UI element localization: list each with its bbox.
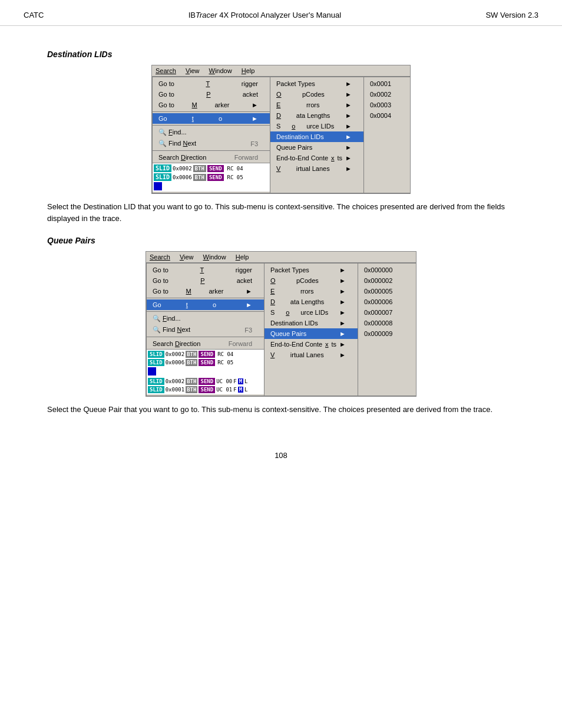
submenu-data-lengths-1[interactable]: Data Lengths ► xyxy=(270,110,363,121)
menu-bar-1: Search View Window Help xyxy=(152,65,410,77)
dest-lid-val-1[interactable]: 0x0001 xyxy=(364,78,411,89)
menu-goto-2[interactable]: Go to ► xyxy=(147,299,264,310)
section1-title: Destination LIDs xyxy=(47,50,515,59)
header-left: CATC xyxy=(24,11,44,19)
submenu2-opcodes[interactable]: OpCodes ► xyxy=(265,275,358,286)
submenu2-packet-types[interactable]: Packet Types ► xyxy=(265,265,358,275)
submenu-virtual-lanes-1[interactable]: Virtual Lanes ► xyxy=(270,163,363,174)
section2-title: Queue Pairs xyxy=(47,236,515,245)
dropdown-menu-1: Go to Trigger Go to Packet Go to Marker … xyxy=(152,77,270,193)
submenu-2: Packet Types ► OpCodes ► Errors ► Data L… xyxy=(264,263,358,396)
menu-find-2[interactable]: 🔍 Find... xyxy=(147,313,264,324)
menu-goto-trigger-2[interactable]: Go to Trigger xyxy=(147,265,264,275)
menu-view-1[interactable]: View xyxy=(186,67,200,74)
section1-desc: Select the Destination LID that you want… xyxy=(47,201,515,224)
menu-goto-packet-2[interactable]: Go to Packet xyxy=(147,275,264,286)
page-header: CATC IBTracer 4X Protocol Analyzer User'… xyxy=(0,0,562,26)
qp-val-9[interactable]: 0x000009 xyxy=(358,328,416,339)
submenu-queue-pairs-1[interactable]: Queue Pairs ► xyxy=(270,142,363,153)
ss1-body: Go to Trigger Go to Packet Go to Marker … xyxy=(152,77,410,193)
submenu-1: Packet Types ► OpCodes ► Errors ► Data L… xyxy=(270,77,364,193)
dest-lid-val-2[interactable]: 0x0002 xyxy=(364,89,411,100)
header-right: SW Version 2.3 xyxy=(485,11,538,19)
values-panel-2: 0x000000 0x000002 0x000005 0x000006 0x00… xyxy=(358,263,416,396)
menu-help-1[interactable]: Help xyxy=(242,67,255,74)
submenu-source-lids-1[interactable]: Source LIDs ► xyxy=(270,121,363,131)
menu-window-2[interactable]: Window xyxy=(203,253,226,261)
menu-goto-packet-1[interactable]: Go to Packet xyxy=(153,89,270,100)
submenu-e2e-contexts-1[interactable]: End-to-End Contexts ► xyxy=(270,153,363,163)
screenshot1: Search View Window Help Go to Trigger Go… xyxy=(151,65,411,194)
dest-lid-val-4[interactable]: 0x0004 xyxy=(364,110,411,121)
menu-find-next-1[interactable]: 🔍 Find NextF3 xyxy=(153,138,270,149)
menu-find-next-2[interactable]: 🔍 Find NextF3 xyxy=(147,324,264,335)
qp-val-0[interactable]: 0x000000 xyxy=(358,265,416,275)
values-panel-1: 0x0001 0x0002 0x0003 0x0004 xyxy=(364,77,411,193)
page-content: Destination LIDs Search View Window Help… xyxy=(0,26,562,439)
submenu-errors-1[interactable]: Errors ► xyxy=(270,100,363,110)
menu-help-2[interactable]: Help xyxy=(236,253,249,261)
dropdown-menu-2: Go to Trigger Go to Packet Go to Marker … xyxy=(146,263,264,396)
header-center: IBTracer 4X Protocol Analyzer User's Man… xyxy=(189,11,341,19)
dest-lid-val-3[interactable]: 0x0003 xyxy=(364,100,411,110)
menu-search-dir-2[interactable]: Search DirectionForward xyxy=(147,338,264,349)
menu-search-dir-1[interactable]: Search DirectionForward xyxy=(153,152,270,163)
submenu2-source-lids[interactable]: Source LIDs ► xyxy=(265,307,358,318)
submenu2-data-lengths[interactable]: Data Lengths ► xyxy=(265,297,358,307)
qp-val-5[interactable]: 0x000005 xyxy=(358,286,416,297)
menu-search-1[interactable]: Search xyxy=(156,67,176,74)
section2-desc: Select the Queue Pair that you want to g… xyxy=(47,404,515,416)
menu-bar-2: Search View Window Help xyxy=(146,252,416,263)
submenu2-e2e-contexts[interactable]: End-to-End Contexts ► xyxy=(265,339,358,350)
submenu-packet-types-1[interactable]: Packet Types ► xyxy=(270,78,363,89)
submenu-opcodes-1[interactable]: OpCodes ► xyxy=(270,89,363,100)
page-number: 108 xyxy=(275,451,287,460)
menu-find-1[interactable]: 🔍 Find... xyxy=(153,127,270,138)
menu-search-2[interactable]: Search xyxy=(150,253,170,261)
menu-goto-marker-1[interactable]: Go to Marker ► xyxy=(153,100,270,110)
menu-window-1[interactable]: Window xyxy=(209,67,232,74)
qp-val-2[interactable]: 0x000002 xyxy=(358,275,416,286)
qp-val-8[interactable]: 0x000008 xyxy=(358,318,416,328)
submenu-dest-lids-1[interactable]: Destination LIDs ► xyxy=(270,131,363,142)
menu-goto-marker-2[interactable]: Go to Marker ► xyxy=(147,286,264,297)
submenu2-dest-lids[interactable]: Destination LIDs ► xyxy=(265,318,358,328)
submenu2-queue-pairs[interactable]: Queue Pairs ► xyxy=(265,328,358,339)
qp-val-6[interactable]: 0x000006 xyxy=(358,297,416,307)
qp-val-7[interactable]: 0x000007 xyxy=(358,307,416,318)
ss2-body: Go to Trigger Go to Packet Go to Marker … xyxy=(146,263,416,396)
menu-view-2[interactable]: View xyxy=(180,253,194,261)
submenu2-errors[interactable]: Errors ► xyxy=(265,286,358,297)
screenshot2: Search View Window Help Go to Trigger Go… xyxy=(146,251,416,397)
submenu2-virtual-lanes[interactable]: Virtual Lanes ► xyxy=(265,350,358,360)
menu-goto-1[interactable]: Go to ► xyxy=(153,113,270,124)
page-footer: 108 xyxy=(0,439,562,472)
menu-goto-trigger-1[interactable]: Go to Trigger xyxy=(153,78,270,89)
